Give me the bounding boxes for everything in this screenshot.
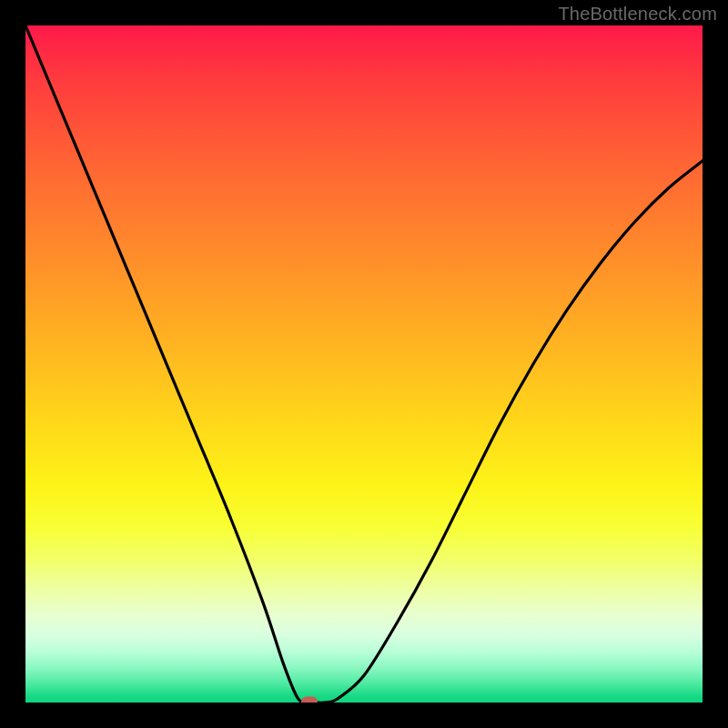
plot-area — [25, 25, 703, 703]
watermark-text: TheBottleneck.com — [558, 4, 717, 25]
chart-frame: TheBottleneck.com — [0, 0, 728, 728]
optimal-point-marker — [301, 697, 318, 703]
bottleneck-curve — [25, 25, 703, 703]
